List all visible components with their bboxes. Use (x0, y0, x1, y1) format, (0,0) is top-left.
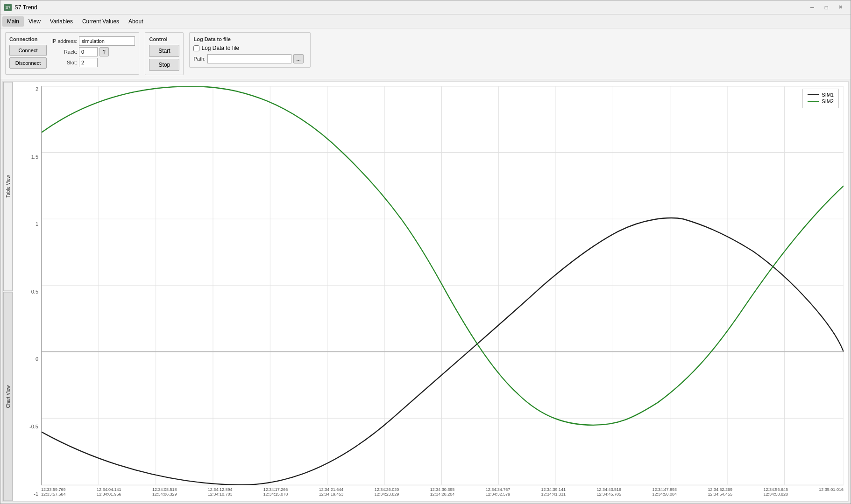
app-icon: S7 (4, 4, 12, 11)
chart-legend: SIM1 SIM2 (802, 89, 839, 108)
x-label-11: 12:34:47.89312:34:50.084 (652, 487, 677, 497)
x-label-14: 12:35:01.016 (819, 487, 844, 497)
menu-view[interactable]: View (24, 16, 45, 27)
close-button[interactable]: ✕ (834, 2, 847, 13)
log-path-row: Path: ... (193, 54, 306, 63)
x-label-1: 12:34:04.14112:34:01.956 (97, 487, 121, 497)
title-bar-controls: ─ □ ✕ (806, 2, 847, 13)
x-label-13: 12:34:56.64512:34:58.828 (763, 487, 788, 497)
legend-line-sim2 (808, 101, 819, 102)
toolbar-area: Connection Connect Disconnect IP address… (0, 28, 851, 79)
x-label-12: 12:34:52.26912:34:54.455 (708, 487, 732, 497)
log-checkbox-row: Log Data to file (193, 45, 306, 51)
minimize-button[interactable]: ─ (806, 2, 819, 13)
stop-button[interactable]: Stop (149, 59, 179, 71)
legend-sim1-label: SIM1 (822, 92, 834, 98)
log-checkbox-label: Log Data to file (201, 45, 239, 51)
x-label-2: 12:34:08.51812:34:06.329 (152, 487, 177, 497)
rack-input[interactable] (79, 47, 98, 56)
y-axis-labels: 2 1.5 1 0.5 0 -0.5 -1 (15, 86, 41, 497)
rack-label: Rack: (51, 49, 77, 55)
start-button[interactable]: Start (149, 45, 179, 57)
x-label-6: 12:34:26.02012:34:23.829 (375, 487, 399, 497)
log-panel: Log Data to file Log Data to file Path: … (189, 32, 311, 68)
x-label-0: 12:33:59.76912:33:57.584 (41, 487, 66, 497)
menu-main[interactable]: Main (2, 16, 24, 27)
y-label-0-5: 0.5 (31, 289, 38, 294)
log-panel-title: Log Data to file (193, 36, 306, 42)
ip-address-row: IP address: (51, 36, 135, 46)
legend-line-sim1 (808, 94, 819, 95)
chart-area: SIM1 SIM2 2 1.5 1 0.5 0 -0.5 -1 (13, 82, 848, 501)
y-label-1-5: 1.5 (31, 154, 38, 160)
x-label-7: 12:34:30.39512:34:28.204 (430, 487, 455, 497)
y-label-0: 0 (35, 356, 38, 362)
maximize-button[interactable]: □ (820, 2, 833, 13)
slot-input[interactable] (79, 58, 98, 67)
x-label-10: 12:34:43.51612:34:45.705 (597, 487, 622, 497)
x-label-9: 12:34:39.14112:34:41.331 (541, 487, 566, 497)
connect-button[interactable]: Connect (9, 45, 47, 56)
chart-svg (41, 86, 844, 485)
menu-current-values[interactable]: Current Values (78, 16, 124, 27)
browse-button[interactable]: ... (293, 54, 304, 63)
y-label-neg-1: -1 (34, 491, 38, 497)
x-axis-labels: 12:33:59.76912:33:57.584 12:34:04.14112:… (41, 486, 844, 497)
y-label-1: 1 (35, 221, 38, 227)
connection-fields: IP address: Rack: ? Slot: (51, 36, 135, 67)
title-bar-left: S7 S7 Trend (4, 4, 37, 11)
chart-container: Table View Chart View SIM1 SIM2 2 (2, 81, 849, 502)
window-title: S7 Trend (14, 4, 37, 11)
x-label-8: 12:34:34.76712:34:32.579 (486, 487, 511, 497)
path-input[interactable] (207, 54, 291, 63)
chart-view-tab[interactable]: Chart View (3, 292, 13, 501)
connection-buttons: Connect Disconnect (9, 45, 47, 69)
x-label-4: 12:34:17.26612:34:15.078 (263, 487, 288, 497)
legend-sim2: SIM2 (808, 98, 834, 104)
menu-variables[interactable]: Variables (45, 16, 78, 27)
side-tabs: Table View Chart View (3, 82, 13, 501)
chart-plot-area: 12:33:59.76912:33:57.584 12:34:04.14112:… (41, 86, 844, 497)
path-label: Path: (193, 56, 206, 62)
control-panel-title: Control (149, 36, 179, 42)
connection-panel: Connection Connect Disconnect IP address… (5, 32, 139, 75)
slot-row: Slot: (51, 58, 135, 67)
legend-sim1: SIM1 (808, 92, 834, 98)
ip-label: IP address: (51, 38, 77, 44)
table-view-tab[interactable]: Table View (3, 82, 13, 291)
y-label-2: 2 (35, 86, 38, 92)
chart-svg-container: 2 1.5 1 0.5 0 -0.5 -1 (15, 86, 844, 497)
main-window: S7 S7 Trend ─ □ ✕ Main View Variables Cu… (0, 0, 851, 504)
menu-about[interactable]: About (124, 16, 148, 27)
connection-panel-title-group: Connection Connect Disconnect (9, 36, 47, 70)
x-label-3: 12:34:12.89412:34:10.703 (208, 487, 233, 497)
y-label-neg-0-5: -0.5 (29, 424, 38, 429)
x-label-5: 12:34:21.64412:34:19.453 (319, 487, 344, 497)
disconnect-button[interactable]: Disconnect (9, 57, 47, 69)
connection-panel-title: Connection (9, 36, 47, 42)
log-checkbox[interactable] (193, 45, 199, 51)
legend-sim2-label: SIM2 (822, 98, 834, 104)
ip-input[interactable] (79, 36, 135, 46)
rack-row: Rack: ? (51, 47, 135, 56)
title-bar: S7 S7 Trend ─ □ ✕ (0, 0, 851, 14)
menu-bar: Main View Variables Current Values About (0, 14, 851, 28)
rack-help-button[interactable]: ? (99, 47, 109, 56)
slot-label: Slot: (51, 60, 77, 65)
control-panel: Control Start Stop (145, 32, 184, 75)
